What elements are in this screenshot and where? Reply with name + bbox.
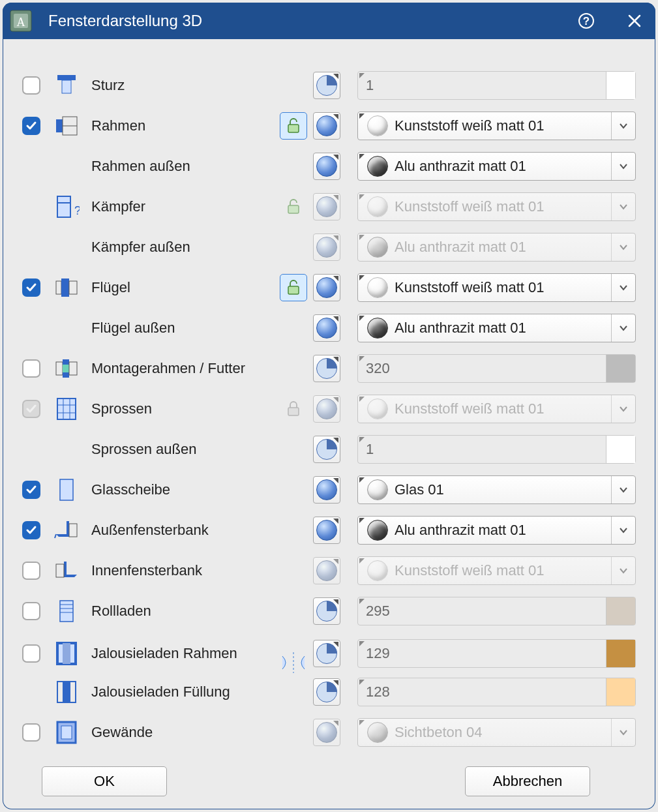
svg-rect-40 xyxy=(61,726,72,739)
close-icon[interactable] xyxy=(625,12,644,30)
svg-rect-12 xyxy=(57,196,70,217)
material-mode-fluegel-aussen[interactable] xyxy=(313,314,340,342)
color-value-montagerahmen[interactable]: 320 xyxy=(357,354,636,383)
material-select-rahmen-aussen[interactable]: Alu anthrazit matt 01 xyxy=(357,152,636,181)
label-rollladen: Rollladen xyxy=(91,603,274,620)
row-icon-innenfensterbank xyxy=(53,558,80,584)
label-innenfensterbank: Innenfensterbank xyxy=(91,562,274,579)
material-mode-innenfensterbank[interactable] xyxy=(313,557,340,584)
titlebar: A Fensterdarstellung 3D ? xyxy=(3,3,655,39)
cancel-button[interactable]: Abbrechen xyxy=(465,766,590,796)
row-icon-aussenfensterbank xyxy=(53,517,80,543)
help-icon[interactable]: ? xyxy=(577,12,595,30)
row-gewaende: Gewände Sichtbeton 04 xyxy=(22,712,636,753)
color-value-jalousie-fuellung[interactable]: 128 xyxy=(357,678,636,706)
checkbox-sturz[interactable] xyxy=(22,76,40,95)
material-select-sprossen[interactable]: Kunststoff weiß matt 01 xyxy=(357,395,636,423)
material-select-fluegel-aussen[interactable]: Alu anthrazit matt 01 xyxy=(357,314,636,342)
row-aussenfensterbank: Außenfensterbank Alu anthrazit matt 01 xyxy=(22,510,636,550)
material-preview-icon xyxy=(367,277,388,298)
row-icon-kaempfer: ? xyxy=(53,194,80,220)
material-select-glasscheibe[interactable]: Glas 01 xyxy=(357,475,636,504)
color-value-sprossen-aussen[interactable]: 1 xyxy=(357,435,636,464)
checkbox-montagerahmen[interactable] xyxy=(22,359,40,378)
svg-rect-21 xyxy=(69,362,77,375)
label-jalousie-rahmen: Jalousieladen Rahmen xyxy=(91,645,274,662)
checkbox-jalousie-rahmen[interactable] xyxy=(22,644,40,663)
material-mode-kaempfer[interactable] xyxy=(313,193,340,220)
label-glasscheibe: Glasscheibe xyxy=(91,481,274,498)
material-select-gewaende[interactable]: Sichtbeton 04 xyxy=(357,718,636,747)
material-preview-icon xyxy=(367,560,388,581)
material-select-kaempfer[interactable]: Kunststoff weiß matt 01 xyxy=(357,192,636,221)
material-select-aussenfensterbank[interactable]: Alu anthrazit matt 01 xyxy=(357,516,636,545)
material-select-fluegel[interactable]: Kunststoff weiß matt 01 xyxy=(357,273,636,302)
swatch-montagerahmen xyxy=(606,355,635,382)
row-sturz: Sturz 1 xyxy=(22,65,636,106)
row-icon-sturz xyxy=(53,72,80,98)
checkbox-innenfensterbank[interactable] xyxy=(22,562,40,580)
checkbox-rollladen[interactable] xyxy=(22,602,40,620)
mirror-icon[interactable] xyxy=(278,650,308,676)
chevron-down-icon xyxy=(611,719,635,746)
swatch-jalousie-fuellung xyxy=(606,678,635,706)
checkbox-glasscheibe[interactable] xyxy=(22,481,40,499)
label-rahmen-aussen: Rahmen außen xyxy=(91,158,274,175)
label-aussenfensterbank: Außenfensterbank xyxy=(91,522,274,539)
row-icon-fluegel xyxy=(53,275,80,301)
swatch-jalousie-rahmen xyxy=(606,640,635,667)
label-kaempfer: Kämpfer xyxy=(91,198,274,215)
material-select-kaempfer-aussen[interactable]: Alu anthrazit matt 01 xyxy=(357,233,636,262)
material-select-rahmen[interactable]: Kunststoff weiß matt 01 xyxy=(357,112,636,140)
lock-toggle-fluegel[interactable] xyxy=(280,274,307,301)
chevron-down-icon xyxy=(611,557,635,584)
color-mode-jalousie-rahmen[interactable] xyxy=(313,640,340,667)
lock-toggle-rahmen[interactable] xyxy=(280,112,307,140)
row-fluegel-aussen: Flügel außen Alu anthrazit matt 01 xyxy=(22,308,636,348)
color-mode-montagerahmen[interactable] xyxy=(313,355,340,382)
row-glasscheibe: Glasscheibe Glas 01 xyxy=(22,470,636,510)
row-fluegel: Flügel Kunststoff weiß matt 01 xyxy=(22,267,636,308)
row-kaempfer: ? Kämpfer Kunststoff weiß matt 01 xyxy=(22,187,636,227)
material-mode-gewaende[interactable] xyxy=(313,719,340,746)
color-mode-sturz[interactable] xyxy=(313,72,340,99)
checkbox-rahmen[interactable] xyxy=(22,117,40,135)
checkbox-fluegel[interactable] xyxy=(22,278,40,297)
material-mode-rahmen[interactable] xyxy=(313,112,340,140)
material-mode-kaempfer-aussen[interactable] xyxy=(313,233,340,261)
row-icon-jalousie-fuellung xyxy=(53,679,80,705)
row-innenfensterbank: Innenfensterbank Kunststoff weiß matt 01 xyxy=(22,550,636,591)
label-sprossen: Sprossen xyxy=(91,400,274,417)
chevron-down-icon xyxy=(611,395,635,423)
svg-text:?: ? xyxy=(583,15,590,27)
svg-text:?: ? xyxy=(74,204,80,217)
svg-rect-16 xyxy=(61,278,69,297)
material-preview-icon xyxy=(367,398,388,419)
material-mode-glasscheibe[interactable] xyxy=(313,476,340,504)
footer: OK Abbrechen xyxy=(3,753,655,809)
material-mode-rahmen-aussen[interactable] xyxy=(313,153,340,180)
color-value-rollladen[interactable]: 295 xyxy=(357,597,636,625)
chevron-down-icon xyxy=(611,233,635,261)
color-value-jalousie-rahmen[interactable]: 129 xyxy=(357,639,636,668)
color-mode-sprossen-aussen[interactable] xyxy=(313,436,340,463)
ok-button[interactable]: OK xyxy=(42,766,167,796)
material-select-innenfensterbank[interactable]: Kunststoff weiß matt 01 xyxy=(357,556,636,585)
dialog-window: A Fensterdarstellung 3D ? Sturz xyxy=(3,3,655,809)
svg-rect-35 xyxy=(63,643,70,664)
material-mode-fluegel[interactable] xyxy=(313,274,340,301)
material-preview-icon xyxy=(367,520,388,541)
row-rahmen: Rahmen Kunststoff weiß matt 01 xyxy=(22,106,636,146)
lock-toggle-kaempfer[interactable] xyxy=(280,194,307,220)
checkbox-gewaende[interactable] xyxy=(22,723,40,742)
checkbox-aussenfensterbank[interactable] xyxy=(22,521,40,539)
color-mode-jalousie-fuellung[interactable] xyxy=(313,678,340,706)
color-value-sturz[interactable]: 1 xyxy=(357,71,636,100)
swatch-sprossen-aussen xyxy=(606,436,635,463)
material-mode-sprossen[interactable] xyxy=(313,395,340,423)
label-jalousie-fuellung: Jalousieladen Füllung xyxy=(91,684,274,700)
color-mode-rollladen[interactable] xyxy=(313,597,340,625)
label-sturz: Sturz xyxy=(91,77,274,94)
material-mode-aussenfensterbank[interactable] xyxy=(313,517,340,544)
label-sprossen-aussen: Sprossen außen xyxy=(91,441,274,458)
